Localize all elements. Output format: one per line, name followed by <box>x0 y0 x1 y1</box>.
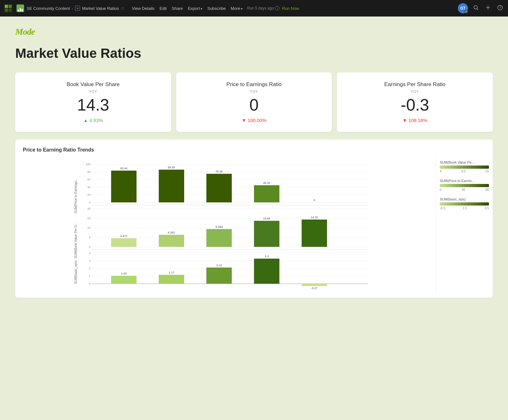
metric-title-eps: Earnings Per Share Ratio <box>347 81 483 88</box>
nav-actions: View Details Edit Share Export Subscribe… <box>130 5 244 12</box>
svg-text:4: 4 <box>89 252 90 255</box>
metric-card-eps: Earnings Per Share Ratio YOY -0.3 ▼ 108.… <box>337 72 493 132</box>
y-axis-label-eps: SUM(basic_eps) <box>74 261 77 284</box>
plus-icon <box>485 5 491 10</box>
svg-text:4.471: 4.471 <box>120 234 128 238</box>
help-button[interactable]: ? <box>496 3 504 13</box>
metric-change-pe-ratio: ▼ 100.00% <box>186 118 322 123</box>
svg-text:80: 80 <box>87 170 90 173</box>
chart-title: Price to Earning Ratio Trends <box>15 147 493 153</box>
main-content: Mode Market Value Ratios Book Value Per … <box>0 17 508 308</box>
svg-text:75.26: 75.26 <box>216 170 223 173</box>
bar-pe-2019 <box>159 170 184 202</box>
svg-text:0: 0 <box>89 245 90 248</box>
metric-title-book-value: Book Value Per Share <box>25 81 161 88</box>
legend-label-eps: SUM(basic_eps) <box>440 197 489 201</box>
metric-value-eps: -0.3 <box>347 97 483 113</box>
share-button[interactable]: Share <box>170 5 185 12</box>
bar-bv-2020 <box>206 229 232 247</box>
svg-text:1: 1 <box>89 274 90 278</box>
bar-pe-2018 <box>111 171 137 202</box>
bar-eps-2021 <box>254 259 279 284</box>
chart-legend: SUM(Book Value Pe... 4 9.5 15 SUM(Price … <box>436 158 493 293</box>
svg-text:0: 0 <box>89 282 90 285</box>
edit-pencil-icon <box>465 10 467 13</box>
svg-text:20: 20 <box>87 193 90 196</box>
svg-text:15: 15 <box>87 217 90 220</box>
svg-text:1.03: 1.03 <box>121 272 127 275</box>
svg-text:6.281: 6.281 <box>168 231 175 234</box>
svg-text:2.13: 2.13 <box>216 264 222 267</box>
mode-logo: Mode <box>15 27 493 37</box>
legend-item-pe: SUM(Price to Earnin... 0 45 90 <box>440 179 489 192</box>
bar-bv-2021 <box>254 221 279 247</box>
legend-label-bv: SUM(Book Value Pe... <box>440 160 489 164</box>
info-icon[interactable]: i <box>275 6 279 10</box>
breadcrumb-parent[interactable]: SE Community Content <box>27 6 70 11</box>
y-axis-label-bv: SUM(Book Value Per S... <box>74 223 77 258</box>
svg-text:-0.27: -0.27 <box>311 287 318 290</box>
svg-text:40: 40 <box>87 186 90 189</box>
metric-value-book-value: 14.3 <box>25 97 161 113</box>
bar-eps-2022 <box>302 284 327 286</box>
metric-yoy-pe-ratio: YOY <box>186 90 322 93</box>
breadcrumb-separator: › <box>72 6 73 11</box>
svg-text:2: 2 <box>89 267 90 270</box>
legend-item-eps: SUM(basic_eps) -0.5 1.5 3.5 <box>440 197 489 210</box>
bar-bv-2019 <box>159 235 184 247</box>
legend-item-bv: SUM(Book Value Pe... 4 9.5 15 <box>440 160 489 173</box>
bar-eps-2018 <box>111 276 137 284</box>
bar-bv-2022 <box>302 220 327 247</box>
svg-text:?: ? <box>499 6 501 10</box>
help-icon: ? <box>497 5 503 10</box>
search-button[interactable] <box>472 3 480 13</box>
legend-label-pe: SUM(Price to Earnin... <box>440 179 489 183</box>
svg-text:3: 3 <box>89 259 90 262</box>
legend-ticks-pe: 0 45 90 <box>440 188 489 192</box>
add-button[interactable] <box>484 3 492 13</box>
legend-ticks-eps: -0.5 1.5 3.5 <box>440 207 489 210</box>
run-info: Run 5 days ago i <box>247 6 279 10</box>
metric-value-pe-ratio: 0 <box>186 97 322 113</box>
svg-text:85.85: 85.85 <box>168 166 175 169</box>
breadcrumb: SE Community Content › ⊞ Market Value Ra… <box>27 6 125 11</box>
svg-text:20: 20 <box>87 207 90 210</box>
bar-pe-2021 <box>254 185 279 202</box>
page-title: Market Value Ratios <box>15 46 493 61</box>
edit-button[interactable]: Edit <box>158 5 169 12</box>
export-button[interactable]: Export <box>186 5 204 12</box>
breadcrumb-current: Market Value Ratios <box>82 6 119 11</box>
svg-text:5: 5 <box>89 236 90 239</box>
bar-bv-2018 <box>111 238 137 247</box>
svg-text:0: 0 <box>313 199 315 202</box>
favorite-icon[interactable]: ☆ <box>121 6 125 11</box>
legend-gradient-pe <box>440 184 489 187</box>
svg-text:10: 10 <box>87 226 90 229</box>
metric-yoy-book-value: YOY <box>25 90 161 93</box>
top-navigation: SE Community Content › ⊞ Market Value Ra… <box>0 0 508 17</box>
svg-text:0: 0 <box>89 201 90 204</box>
legend-gradient-eps <box>440 202 489 206</box>
svg-text:13.66: 13.66 <box>263 217 271 220</box>
nav-right: GT ? <box>458 3 504 13</box>
svg-text:100: 100 <box>86 163 90 166</box>
app-logo[interactable] <box>4 4 13 13</box>
metric-change-eps: ▼ 108.18% <box>347 118 483 123</box>
subscribe-button[interactable]: Subscribe <box>205 5 228 12</box>
more-button[interactable]: More <box>229 5 244 12</box>
y-axis-label-pe: SUM(Price to Earnings... <box>74 179 77 213</box>
svg-point-0 <box>474 6 478 9</box>
chart-section: Price to Earning Ratio Trends SUM(Price … <box>15 139 493 298</box>
chart-container: SUM(Price to Earnings... 100 80 60 40 20… <box>15 158 493 293</box>
view-details-button[interactable]: View Details <box>130 5 156 12</box>
run-now-button[interactable]: Run Now <box>282 6 299 11</box>
search-icon <box>473 5 479 10</box>
legend-gradient-bv <box>440 166 489 169</box>
svg-text:83.44: 83.44 <box>120 167 128 170</box>
metric-title-pe-ratio: Price to Earnings Ratio <box>186 81 322 88</box>
svg-text:1.17: 1.17 <box>169 271 174 274</box>
metric-change-book-value: ▲ 4.93% <box>25 118 161 123</box>
svg-text:3.3: 3.3 <box>265 255 269 258</box>
chart-main: SUM(Price to Earnings... 100 80 60 40 20… <box>15 158 436 293</box>
svg-text:9.340: 9.340 <box>216 225 223 228</box>
